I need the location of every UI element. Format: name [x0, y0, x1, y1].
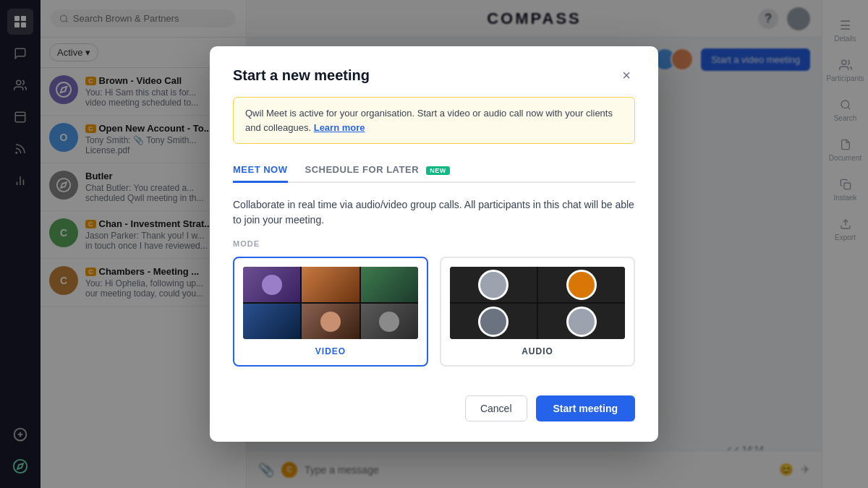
start-meeting-button[interactable]: Start meeting	[536, 395, 635, 421]
video-label: VIDEO	[315, 346, 346, 356]
cancel-button[interactable]: Cancel	[465, 395, 527, 421]
video-mode-card[interactable]: VIDEO	[233, 257, 428, 367]
tab-meet-now[interactable]: MEET NOW	[233, 158, 288, 183]
tab-schedule[interactable]: SCHEDULE FOR LATER NEW	[305, 158, 450, 183]
learn-more-link[interactable]: Learn more	[314, 122, 365, 133]
modal-footer: Cancel Start meeting	[233, 395, 635, 421]
mode-cards: VIDEO	[233, 257, 635, 367]
audio-mode-card[interactable]: AUDIO	[440, 257, 635, 367]
modal-header: Start a new meeting ×	[233, 67, 635, 84]
audio-label: AUDIO	[522, 346, 553, 356]
banner-text: Qwil Meet is active for your organisatio…	[245, 108, 613, 133]
modal-description: Collaborate in real time via audio/video…	[233, 197, 635, 228]
new-meeting-modal: Start a new meeting × Qwil Meet is activ…	[210, 46, 658, 442]
video-preview-image	[243, 267, 418, 339]
info-banner: Qwil Meet is active for your organisatio…	[233, 97, 635, 144]
new-badge: NEW	[426, 166, 450, 175]
modal-title: Start a new meeting	[233, 67, 370, 84]
mode-label: MODE	[233, 239, 635, 248]
modal-overlay: Start a new meeting × Qwil Meet is activ…	[0, 0, 868, 488]
modal-tabs: MEET NOW SCHEDULE FOR LATER NEW	[233, 158, 635, 183]
close-button[interactable]: ×	[618, 67, 635, 84]
audio-preview-image	[450, 267, 625, 339]
